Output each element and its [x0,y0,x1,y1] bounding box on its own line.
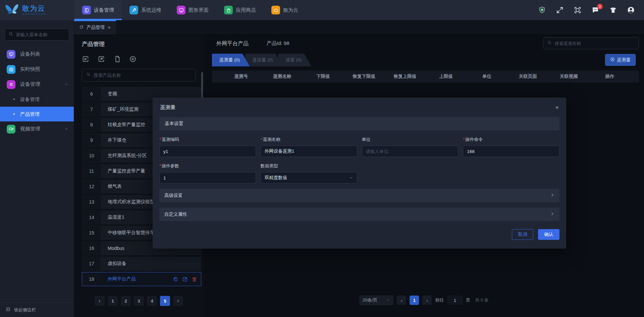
search-icon [8,32,13,38]
required-asterisk: * [159,163,161,168]
product-index: 10 [82,149,101,162]
import-button[interactable] [82,55,89,63]
field-unit-input[interactable] [366,149,454,154]
user-avatar-icon[interactable] [627,6,635,14]
telemetry-search[interactable] [543,37,639,49]
close-tab-icon[interactable]: × [108,25,111,30]
product-list-item[interactable]: 17虚拟设备 [82,257,201,271]
add-circle-button[interactable] [129,55,137,63]
navbar-menu: 设备管理系统运维图形界面应用商店敢为云 [74,0,306,20]
close-dialog-icon[interactable]: × [555,105,559,110]
field-data-type: 数据类型双精度数值 [261,163,357,183]
message-badge: 0 [597,4,603,9]
cancel-button[interactable]: 取消 [512,229,533,240]
bullet-icon [13,113,15,115]
detail-tabs: 遥测量 (0)遥信量 (0)设置 (0) [212,54,307,66]
required-asterisk: * [463,137,465,142]
collapse-sidebar-button[interactable]: 收起侧边栏 [0,302,74,317]
product-name: 产量监控皮带产量 [101,168,145,174]
custom-attributes-fold[interactable]: 自定义属性 [159,208,559,221]
duplicate-icon[interactable] [173,276,178,282]
fullscreen-icon[interactable] [555,6,564,14]
collapse-sidebar-icon [5,307,11,313]
nav-item[interactable]: 应用商店 [216,0,264,20]
detail-tab[interactable]: 遥测量 (0) [212,54,250,66]
field-label: 数据类型 [261,163,357,169]
telemetry-table-header: 遥测号遥测名称下限值恢复下限值恢复上限值上限值单位关联页面关联视频操作 [212,70,639,83]
current-page-button[interactable]: 1 [410,296,419,305]
field-operate-param-input[interactable] [163,175,252,180]
page-button[interactable]: 4 [147,296,157,306]
snapshot-camera-icon [7,65,15,74]
collapse-sidebar-icon [5,307,11,312]
delete-icon[interactable] [192,276,197,282]
field-data-type-select[interactable]: 双精度数值 [261,172,357,183]
field-telemetry-code-input[interactable] [163,149,252,154]
page-button[interactable]: 2 [121,296,131,306]
goto-page-input[interactable] [447,296,463,305]
sidebar-search-input[interactable] [16,32,65,37]
export-button[interactable] [98,55,105,63]
nav-item[interactable]: 设备管理 [74,0,122,20]
sidebar-item[interactable]: 实时快照 [0,62,74,77]
brand-subtitle: GANWEIYUN [22,13,46,16]
add-telemetry-button[interactable]: 遥测量 [605,54,636,66]
theme-shirt-icon[interactable] [609,6,618,14]
screenshot-frame-icon[interactable] [573,6,582,14]
sidebar-search[interactable] [5,29,69,41]
tab-product-manage[interactable]: 产品管理 × [74,20,116,35]
page-button[interactable]: 5 [160,296,170,306]
sidebar-item[interactable]: 视频管理 [0,121,74,137]
nav-item[interactable]: 图形界面 [169,0,216,20]
field-label: *遥测编码 [159,137,256,143]
sidebar-item[interactable]: 设备管理 [0,77,74,92]
field-telemetry-name-input[interactable] [265,149,353,154]
edit-icon[interactable] [182,276,188,282]
product-list-item[interactable]: 18外网平台产品 [82,272,201,286]
nav-item-label: 图形界面 [189,7,209,13]
product-search[interactable] [82,69,196,82]
page-size-select[interactable]: 20条/页 [359,295,393,305]
product-search-input[interactable] [94,73,192,78]
nav-item[interactable]: 敢为云 [264,0,306,20]
product-name: 外网平台产品 [216,40,249,47]
device-grid-icon [7,80,15,89]
next-page-button[interactable]: › [173,296,183,306]
field-label-text: 遥测名称 [263,137,280,142]
prev-page-button[interactable]: ‹ [397,296,406,305]
nav-item[interactable]: 系统运维 [122,0,169,20]
advanced-settings-fold[interactable]: 高级设置 [159,189,559,202]
field-operate-command-input[interactable] [467,149,555,154]
security-shield-icon[interactable] [538,6,546,14]
telemetry-search-input[interactable] [555,41,635,46]
chevron-right-icon [550,193,554,197]
sidebar-subitem[interactable]: 设备管理 [0,92,74,107]
next-page-button[interactable]: › [422,296,432,305]
row-actions [173,276,201,282]
message-icon[interactable]: 0 [591,6,600,14]
prev-page-button[interactable]: ‹ [95,296,105,306]
page-button[interactable]: 1 [108,296,118,306]
sidebar-item[interactable]: 设备列表 [0,47,74,62]
refresh-icon[interactable] [79,25,84,30]
product-index: 9 [82,134,101,147]
dialog-form: *遥测编码*遥测名称单位*操作命令*操作参数数据类型双精度数值 [159,137,559,183]
sidebar-subitem-label: 产品管理 [20,111,40,117]
detail-tab[interactable]: 遥信量 (0) [245,54,283,66]
top-navbar: 敢为云 GANWEIYUN 设备管理系统运维图形界面应用商店敢为云 0 [0,0,644,20]
product-index: 11 [82,164,101,178]
product-name: 井下煤仓 [101,137,126,143]
detail-tab[interactable]: 设置 (0) [278,54,312,66]
sidebar-subitem[interactable]: 产品管理 [0,107,74,121]
column-header: 关联页面 [507,73,548,80]
copy-doc-button[interactable] [113,55,121,63]
page-button[interactable]: 3 [134,296,144,306]
bullet-icon [13,99,15,100]
brand: 敢为云 GANWEIYUN [0,2,74,18]
confirm-button[interactable]: 确认 [538,229,559,240]
product-name: 外网平台产品 [101,276,136,282]
chevron-down-icon [64,126,68,132]
product-name: 虚拟设备 [101,261,126,267]
column-header: 单位 [467,73,507,80]
chevron-up-icon [64,82,68,87]
